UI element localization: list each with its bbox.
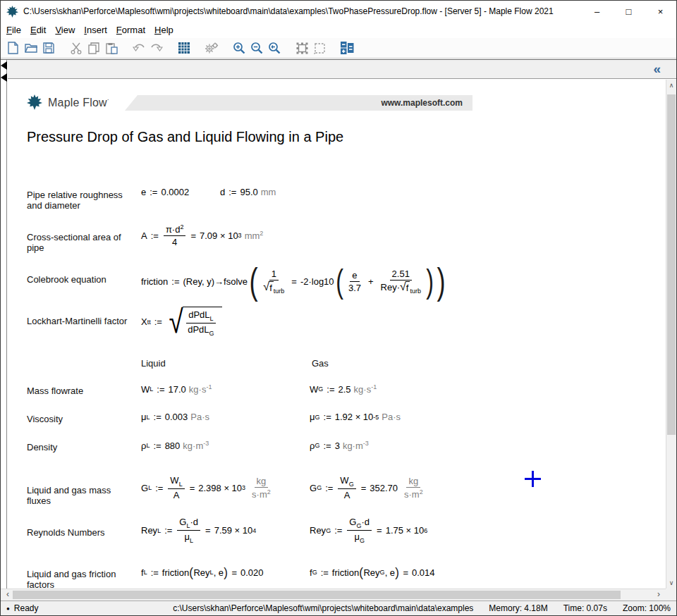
expr-mass-flux-liquid[interactable]: GL:= WLA = 2.398 × 103 kgs·m2 xyxy=(141,475,274,500)
scroll-right-icon[interactable]: › xyxy=(653,589,664,600)
maple-flow-logo: Maple Flow· xyxy=(27,94,109,110)
expr-friction-liquid[interactable]: fL:= friction(ReyL, e) =0.020 xyxy=(141,567,264,578)
redo-icon[interactable] xyxy=(148,39,165,56)
status-dot-icon: ● xyxy=(6,605,10,612)
scroll-down-icon[interactable]: ∨ xyxy=(666,577,676,589)
label-density: Density xyxy=(27,442,133,452)
label-mass-flux: Liquid and gas mass fluxes xyxy=(27,485,133,507)
menu-view[interactable]: View xyxy=(55,23,81,37)
zoom-reset-icon[interactable] xyxy=(266,39,283,56)
maple-flow-app-icon xyxy=(6,6,18,18)
collapse-panel-icon[interactable]: « xyxy=(653,61,661,77)
expr-density-liquid[interactable]: ρL:=880 kg·m-3 xyxy=(141,440,209,451)
zoom-in-icon[interactable] xyxy=(231,39,248,56)
titlebar: C:\Users\skhan\Perforce\Maplesoft\wmi\pr… xyxy=(1,1,676,22)
app-window: C:\Users\skhan\Perforce\Maplesoft\wmi\pr… xyxy=(0,0,677,616)
horizontal-scroll-thumb[interactable] xyxy=(13,591,621,599)
status-zoom: Zoom: 100% xyxy=(623,603,671,613)
scroll-left-icon[interactable]: ‹ xyxy=(2,589,13,600)
expr-colebrook[interactable]: friction:= (Rey, y)→fsolve ( 1√fturb = -… xyxy=(141,266,448,297)
status-memory: Memory: 4.18M xyxy=(489,603,547,613)
document-canvas[interactable]: www.maplesoft.com Maple Flow· Pressure D… xyxy=(8,80,666,589)
minimize-button[interactable]: – xyxy=(581,1,613,22)
document-title: Pressure Drop of Gas and Liquid Flowing … xyxy=(27,129,343,145)
grid-icon[interactable] xyxy=(176,39,193,56)
toolbar xyxy=(1,38,676,58)
column-header-liquid: Liquid xyxy=(141,358,166,369)
label-mass-flowrate: Mass flowrate xyxy=(27,386,133,396)
scrollbar-corner xyxy=(666,589,676,600)
select-region-icon[interactable] xyxy=(311,39,328,56)
cut-icon[interactable] xyxy=(68,39,85,56)
status-path: c:\Users\skhan\Perforce\Maplesoft\wmi\pr… xyxy=(173,603,473,613)
menubar: File Edit View Insert Format Help xyxy=(1,22,676,38)
undo-icon[interactable] xyxy=(130,39,147,56)
math-palette-icon[interactable] xyxy=(338,39,355,56)
expr-lockhart[interactable]: Xtt:= √ dPdLLdPdLG xyxy=(141,307,224,337)
expr-mass-flowrate-gas[interactable]: WG:=2.5 kg·s-1 xyxy=(310,383,377,395)
expr-diameter-d[interactable]: d:=95.0mm xyxy=(220,187,276,197)
margin-marker-icon xyxy=(1,61,7,70)
close-button[interactable]: × xyxy=(645,1,676,22)
maplesoft-url: www.maplesoft.com xyxy=(381,98,463,108)
expr-reynolds-liquid[interactable]: ReyL:= GL·dμL = 7.59 × 104 xyxy=(141,517,256,544)
expr-reynolds-gas[interactable]: ReyG:= GG·dμG = 1.75 × 106 xyxy=(310,517,427,544)
copy-icon[interactable] xyxy=(85,39,102,56)
expr-viscosity-gas[interactable]: μG:=1.92 × 10-5 Pa·s xyxy=(310,412,401,422)
scroll-up-icon[interactable]: ∧ xyxy=(666,80,676,91)
label-friction-factors: Liquid and gas friction factors xyxy=(27,569,133,589)
label-viscosity: Viscosity xyxy=(27,414,133,424)
status-time: Time: 0.07s xyxy=(563,603,607,613)
menu-edit[interactable]: Edit xyxy=(30,23,52,37)
maple-leaf-icon xyxy=(27,94,42,110)
label-area: Cross-sectional area of pipe xyxy=(27,232,133,254)
expr-viscosity-liquid[interactable]: μL:=0.003 Pa·s xyxy=(141,412,209,422)
main-area: « www.maplesoft.com Maple Flow· Pressure… xyxy=(1,59,676,600)
menu-insert[interactable]: Insert xyxy=(84,23,114,37)
collapsed-palette-bar: « xyxy=(8,60,676,79)
expr-friction-gas[interactable]: fG:= friction(ReyG, e) =0.014 xyxy=(310,567,435,578)
menu-format[interactable]: Format xyxy=(116,23,152,37)
label-lockhart: Lockhart-Martinelli factor xyxy=(27,316,133,326)
left-margin-strip xyxy=(1,60,7,600)
vertical-scrollbar[interactable]: ∧ ∨ xyxy=(666,80,676,589)
menu-help[interactable]: Help xyxy=(154,23,180,37)
save-icon[interactable] xyxy=(40,39,57,56)
open-file-icon[interactable] xyxy=(23,39,39,56)
expr-area[interactable]: A:= π·d24 = 7.09 × 103 mm2 xyxy=(141,223,263,247)
paste-icon[interactable] xyxy=(103,39,120,56)
status-text: Ready xyxy=(14,603,39,613)
expr-mass-flux-gas[interactable]: GG:= WGA = 352.70 kgs·m2 xyxy=(310,475,427,500)
label-reynolds: Reynolds Numbers xyxy=(27,527,133,538)
margin-marker-icon xyxy=(1,73,7,82)
label-colebrook: Colebrook equation xyxy=(27,274,133,285)
select-resize-icon[interactable] xyxy=(293,39,310,56)
new-document-icon[interactable] xyxy=(5,39,22,56)
brand-name: Maple Flow· xyxy=(48,96,109,109)
crosshair-cursor-icon xyxy=(532,471,534,487)
menu-file[interactable]: File xyxy=(6,23,28,37)
statusbar: ● Ready c:\Users\skhan\Perforce\Maplesof… xyxy=(1,600,676,615)
window-title: C:\Users\skhan\Perforce\Maplesoft\wmi\pr… xyxy=(23,6,581,16)
horizontal-scrollbar[interactable]: ‹ › xyxy=(1,589,666,600)
evaluate-gears-icon[interactable] xyxy=(203,39,220,56)
maximize-button[interactable]: □ xyxy=(613,1,645,22)
expr-roughness-e[interactable]: e:=0.0002 xyxy=(141,187,189,197)
expr-mass-flowrate-liquid[interactable]: WL:=17.0 kg·s-1 xyxy=(141,383,212,395)
vertical-scroll-thumb[interactable] xyxy=(667,94,676,435)
label-roughness: Pipe relative roughness and diameter xyxy=(27,190,133,211)
column-header-gas: Gas xyxy=(312,358,329,369)
brand-ribbon: www.maplesoft.com xyxy=(125,95,472,111)
zoom-out-icon[interactable] xyxy=(248,39,265,56)
expr-density-gas[interactable]: ρG:=3 kg·m-3 xyxy=(310,440,369,451)
